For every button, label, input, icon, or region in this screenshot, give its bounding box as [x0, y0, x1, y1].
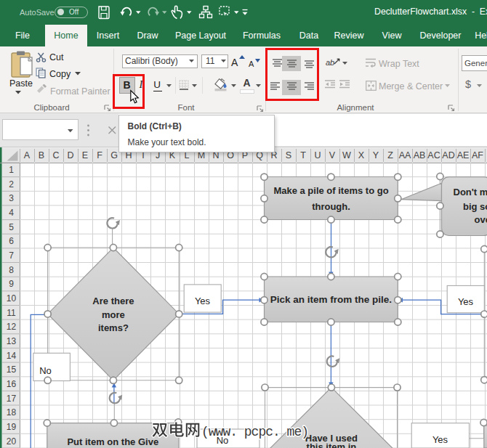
- svg-text:Are there: Are there: [92, 296, 134, 306]
- svg-text:this item in: this item in: [307, 441, 357, 448]
- svg-text:No: No: [39, 365, 52, 376]
- svg-text:U: U: [314, 150, 321, 160]
- svg-text:Y: Y: [373, 150, 379, 160]
- svg-text:S: S: [286, 150, 291, 160]
- svg-text:A: A: [24, 150, 31, 160]
- svg-text:12: 12: [7, 322, 17, 332]
- svg-text:17: 17: [7, 394, 17, 404]
- svg-text:13: 13: [7, 336, 17, 346]
- svg-text:18: 18: [7, 407, 17, 418]
- svg-text:Yes: Yes: [432, 434, 448, 445]
- svg-text:11: 11: [7, 308, 16, 318]
- svg-text:Yes: Yes: [458, 296, 474, 307]
- svg-text:7: 7: [9, 251, 14, 261]
- svg-text:F: F: [97, 150, 102, 160]
- svg-text:1: 1: [9, 165, 14, 175]
- svg-text:AD: AD: [442, 150, 454, 160]
- svg-text:AA: AA: [399, 150, 411, 160]
- svg-text:G: G: [110, 150, 118, 160]
- svg-text:T: T: [300, 150, 306, 160]
- svg-text:2: 2: [9, 179, 14, 190]
- svg-text:Put item on the Give: Put item on the Give: [67, 436, 158, 447]
- svg-text:Z: Z: [387, 150, 393, 160]
- svg-text:Don't m: Don't m: [454, 187, 487, 197]
- svg-text:C: C: [52, 150, 59, 160]
- svg-text:AC: AC: [427, 150, 440, 160]
- svg-text:E: E: [82, 150, 88, 160]
- svg-text:20: 20: [7, 436, 17, 447]
- svg-text:through.: through.: [312, 201, 350, 212]
- svg-text:Make a pile of items to go: Make a pile of items to go: [273, 185, 388, 196]
- svg-text:V: V: [329, 150, 336, 160]
- svg-text:more: more: [102, 309, 125, 320]
- svg-text:10: 10: [7, 293, 17, 304]
- svg-text:B: B: [39, 150, 44, 160]
- svg-text:Yes: Yes: [195, 296, 211, 306]
- svg-text:6: 6: [9, 236, 14, 246]
- svg-text:14: 14: [7, 351, 17, 361]
- svg-text:8: 8: [9, 265, 14, 275]
- svg-text:4: 4: [9, 208, 14, 218]
- svg-text:AF: AF: [472, 150, 483, 160]
- svg-text:15: 15: [7, 364, 17, 375]
- svg-text:(www. pcpc. me): (www. pcpc. me): [201, 425, 308, 439]
- svg-text:AB: AB: [414, 150, 426, 160]
- svg-text:D: D: [67, 150, 73, 160]
- svg-text:ove: ove: [475, 214, 487, 225]
- svg-text:Pick an item from the pile.: Pick an item from the pile.: [270, 294, 392, 305]
- svg-text:big so: big so: [463, 201, 487, 212]
- svg-text:items?: items?: [98, 322, 129, 333]
- svg-text:3: 3: [9, 193, 14, 203]
- svg-text:5: 5: [9, 222, 14, 232]
- svg-text:19: 19: [7, 422, 17, 432]
- svg-text:9: 9: [9, 279, 14, 289]
- svg-text:16: 16: [7, 379, 17, 389]
- svg-text:AE: AE: [457, 150, 470, 160]
- svg-text:W: W: [342, 150, 351, 160]
- svg-text:X: X: [358, 150, 365, 160]
